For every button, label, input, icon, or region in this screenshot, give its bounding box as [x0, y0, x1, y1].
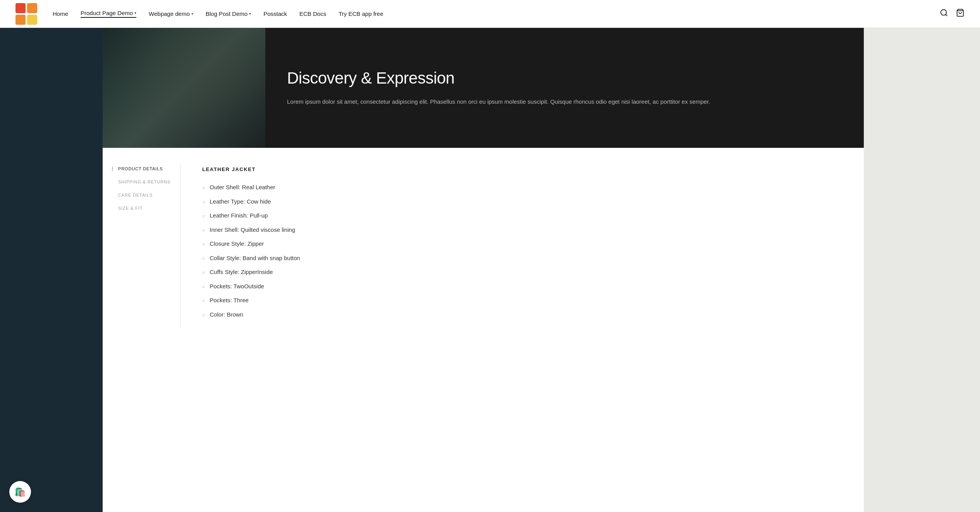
shopify-badge[interactable]: 🛍️	[9, 481, 31, 503]
feature-item-7: ○ Pockets: TwoOutside	[202, 282, 842, 291]
bullet-icon: ○	[202, 283, 205, 290]
nav-webpage-demo[interactable]: Webpage demo ▾	[149, 10, 193, 17]
bullet-icon: ○	[202, 199, 205, 205]
navbar: Home Product Page Demo ▾ Webpage demo ▾ …	[0, 0, 980, 28]
tab-care-details[interactable]: CARE DETAILS	[118, 193, 180, 197]
dark-panel: Discovery & Expression Lorem ipsum dolor…	[265, 28, 864, 148]
feature-item-3: ○ Inner Shell: Quilted viscose lining	[202, 226, 842, 235]
nav-blog-post-demo[interactable]: Blog Post Demo ▾	[206, 10, 251, 17]
tabs-content-area: PRODUCT DETAILS SHIPPING & RETURNS CARE …	[103, 148, 864, 343]
bullet-icon: ○	[202, 212, 205, 219]
chevron-down-icon: ▾	[249, 12, 251, 16]
sidebar-tabs: PRODUCT DETAILS SHIPPING & RETURNS CARE …	[103, 148, 180, 343]
feature-item-2: ○ Leather Finish: Pull-up	[202, 211, 842, 220]
logo[interactable]	[15, 3, 37, 25]
bullet-icon: ○	[202, 184, 205, 191]
nav-product-page-demo[interactable]: Product Page Demo ▾	[81, 10, 136, 18]
nav-links: Home Product Page Demo ▾ Webpage demo ▾ …	[53, 10, 940, 18]
cart-button[interactable]	[956, 9, 965, 19]
svg-line-1	[946, 14, 947, 16]
left-sidebar-bg	[0, 28, 103, 512]
tab-size-fit[interactable]: SIZE & FIT	[118, 206, 180, 211]
bullet-icon: ○	[202, 297, 205, 304]
feature-section: Discovery & Expression Lorem ipsum dolor…	[103, 28, 864, 148]
page-wrapper: Discovery & Expression Lorem ipsum dolor…	[0, 28, 980, 512]
chevron-down-icon: ▾	[134, 11, 136, 15]
feature-item-4: ○ Closure Style: Zipper	[202, 240, 842, 248]
features-list: ○ Outer Shell: Real Leather ○ Leather Ty…	[202, 183, 842, 319]
bullet-icon: ○	[202, 255, 205, 262]
bullet-icon: ○	[202, 227, 205, 234]
nav-home[interactable]: Home	[53, 10, 68, 17]
bullet-icon: ○	[202, 269, 205, 276]
feature-item-6: ○ Cuffs Style: ZipperInside	[202, 268, 842, 277]
main-content: Discovery & Expression Lorem ipsum dolor…	[103, 28, 864, 512]
shopify-icon: 🛍️	[14, 486, 26, 497]
nav-posstack[interactable]: Posstack	[263, 10, 287, 17]
panel-title: Discovery & Expression	[287, 69, 842, 87]
feature-item-1: ○ Leather Type: Cow hide	[202, 197, 842, 206]
tab-product-details[interactable]: PRODUCT DETAILS	[118, 166, 180, 171]
right-sidebar-bg	[864, 28, 980, 512]
nav-try-ecb[interactable]: Try ECB app free	[339, 10, 383, 17]
feature-item-8: ○ Pockets: Three	[202, 296, 842, 305]
svg-point-0	[941, 10, 947, 15]
tab-shipping-returns[interactable]: SHIPPING & RETURNS	[118, 180, 180, 184]
content-area: Discovery & Expression Lorem ipsum dolor…	[0, 28, 980, 512]
feature-item-5: ○ Collar Style: Band with snap button	[202, 254, 842, 263]
feature-item-9: ○ Color: Brown	[202, 310, 842, 319]
product-details-content: LEATHER JACKET ○ Outer Shell: Real Leath…	[181, 148, 864, 343]
feature-item-0: ○ Outer Shell: Real Leather	[202, 183, 842, 192]
panel-text: Lorem ipsum dolor sit amet, consectetur …	[287, 97, 842, 107]
search-button[interactable]	[940, 9, 948, 19]
bullet-icon: ○	[202, 312, 205, 319]
jacket-image	[103, 28, 265, 148]
product-section-title: LEATHER JACKET	[202, 166, 842, 172]
nav-icons	[940, 9, 965, 19]
nav-ecb-docs[interactable]: ECB Docs	[299, 10, 326, 17]
chevron-down-icon: ▾	[191, 12, 193, 16]
jacket-visual	[103, 28, 265, 148]
bullet-icon: ○	[202, 241, 205, 248]
